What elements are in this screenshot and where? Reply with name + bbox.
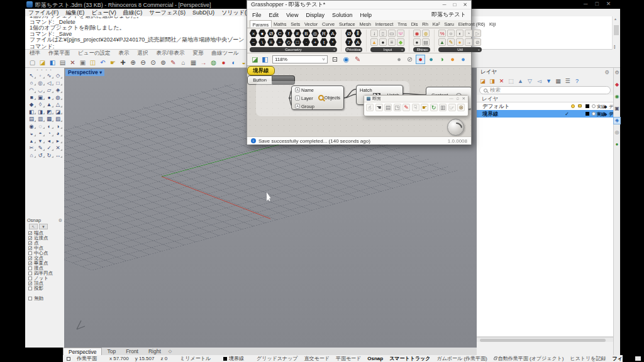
layers-toolbar-icon[interactable]: ▲: [517, 78, 524, 85]
grasshopper-canvas[interactable]: 境界線 AName LLayer AGroup Objects Hatch Ha…: [247, 66, 471, 136]
osnap-disable-item[interactable]: 無効: [25, 296, 64, 301]
category-tab[interactable]: Dis: [409, 20, 420, 28]
status-toggle[interactable]: Osnap: [367, 355, 383, 362]
osnap-tab-button[interactable]: ▼: [39, 224, 48, 229]
tool-icon[interactable]: ●: [45, 94, 53, 101]
component-icon[interactable]: B: [303, 30, 310, 37]
popup-action-icon[interactable]: ⊗: [457, 104, 465, 111]
group-label[interactable]: Primitive: [345, 47, 362, 52]
tool-icon[interactable]: ◁: [45, 80, 53, 87]
status-toggle[interactable]: フィルタ: [612, 355, 623, 362]
component-icon[interactable]: *: [329, 38, 336, 46]
tab-right[interactable]: Right: [143, 348, 166, 355]
popup-action-icon[interactable]: ☝: [366, 104, 374, 111]
component-icon[interactable]: ▲: [370, 38, 378, 46]
checkbox[interactable]: [28, 251, 32, 255]
menu-help[interactable]: Help: [360, 12, 372, 18]
tool-icon[interactable]: ◨: [36, 109, 45, 116]
component-icon[interactable]: Ø: [267, 30, 275, 37]
category-tab[interactable]: Trns: [396, 20, 409, 28]
toolbar-icon[interactable]: ✎: [169, 58, 177, 67]
component-icon[interactable]: f: [285, 30, 292, 37]
more-icon[interactable]: ⋯: [450, 96, 454, 101]
toolbar-tab[interactable]: 変形: [192, 50, 203, 57]
component-icon[interactable]: +: [311, 38, 319, 46]
minimize-icon[interactable]: ─: [584, 1, 587, 7]
component-icon[interactable]: ▷: [474, 30, 481, 37]
tool-icon[interactable]: ◈: [53, 87, 62, 94]
category-tab[interactable]: Elefront (R6): [456, 20, 487, 28]
panel-tab-icon[interactable]: ◈: [614, 118, 620, 124]
new-viewport-icon[interactable]: ◇: [166, 348, 172, 355]
grasshopper-title-bar[interactable]: Grasshopper - 即落ちテスト* ─ □ ✕: [247, 1, 471, 9]
maximize-icon[interactable]: □: [453, 2, 456, 8]
toolbar-icon[interactable]: ☛: [109, 58, 117, 67]
menu-solution[interactable]: Solution: [332, 12, 353, 18]
lightbulb-icon[interactable]: [571, 104, 575, 108]
component-icon[interactable]: Ⅱ: [354, 30, 362, 37]
gear-icon[interactable]: ⚙: [58, 218, 62, 223]
tool-icon[interactable]: ◦: [36, 72, 45, 79]
group-label[interactable]: Util: [438, 47, 482, 52]
pin-icon[interactable]: ✩: [456, 96, 459, 101]
component-icon[interactable]: R: [320, 30, 328, 37]
tool-icon[interactable]: ◑: [53, 123, 62, 130]
panel-tab-icon[interactable]: ●: [614, 141, 620, 148]
component-icon[interactable]: ≡: [267, 38, 275, 46]
tool-icon[interactable]: ✓: [45, 145, 53, 151]
close-icon[interactable]: ✕: [606, 1, 611, 7]
component-icon[interactable]: ◔: [465, 30, 472, 37]
popup-action-icon[interactable]: ✎: [402, 104, 410, 111]
category-tab[interactable]: Mesh: [357, 20, 373, 28]
component-icon[interactable]: \: [258, 38, 266, 46]
category-tab[interactable]: Maths: [272, 20, 289, 28]
component-icon[interactable]: t: [320, 38, 328, 46]
toolbar-tab[interactable]: 作業平面: [48, 50, 70, 57]
preview-mode-icon[interactable]: ◑: [438, 55, 446, 63]
category-tab[interactable]: Ka²: [430, 20, 441, 28]
lock-icon[interactable]: [578, 104, 582, 107]
zoom-level-select[interactable]: 118% ˅: [272, 55, 328, 63]
checkbox[interactable]: [28, 231, 32, 235]
osnap-item[interactable]: 垂直点: [25, 261, 64, 266]
tool-icon[interactable]: ▧: [53, 116, 62, 123]
output-objects[interactable]: Objects: [325, 95, 340, 101]
toolbar-icon[interactable]: ◐: [230, 58, 238, 67]
menu-item[interactable]: SubD(U): [192, 9, 214, 16]
status-toggle[interactable]: ヒストリを記録: [570, 355, 606, 362]
toolbar-tab[interactable]: 曲線ツール: [211, 50, 238, 57]
layer-color-swatch[interactable]: [586, 112, 589, 116]
checkbox[interactable]: [28, 272, 32, 275]
component-icon[interactable]: %: [438, 30, 446, 37]
status-toggle[interactable]: ガムボール (作業平面): [436, 355, 487, 362]
component-icon[interactable]: 7: [345, 38, 353, 46]
toolbar-icon[interactable]: ⊚: [159, 58, 167, 67]
popup-action-icon[interactable]: ▥: [439, 104, 447, 111]
component-icon[interactable]: ~: [250, 38, 257, 46]
tool-icon[interactable]: ◍: [53, 94, 62, 101]
tool-icon[interactable]: ▸: [53, 138, 62, 145]
status-toggle[interactable]: グリッドスナップ: [257, 355, 298, 362]
checkbox[interactable]: [28, 261, 32, 265]
toolbar-icon[interactable]: ◧: [48, 58, 57, 67]
tool-icon[interactable]: ▱: [45, 87, 53, 94]
toolbar-icon[interactable]: ✚: [119, 58, 127, 67]
osnap-item[interactable]: 点: [25, 241, 64, 246]
layer-row-boundary[interactable]: 境界線 ✓ 実線 ◆ デ: [477, 110, 613, 118]
checkbox[interactable]: [28, 282, 32, 285]
component-icon[interactable]: ●: [258, 30, 266, 37]
scrollbar-thumb[interactable]: [614, 25, 619, 35]
layers-toolbar-icon[interactable]: ☰: [564, 78, 571, 85]
toolbar-icon[interactable]: ▢: [28, 58, 36, 67]
panel-tab-icon[interactable]: ◆: [614, 82, 620, 88]
view-icon[interactable]: ◉: [342, 55, 350, 63]
menu-item[interactable]: ビュー(V): [91, 9, 116, 16]
tool-icon[interactable]: ↔: [53, 152, 62, 159]
tab-top[interactable]: Top: [102, 348, 121, 355]
preview-mode-icon[interactable]: ⊘: [406, 55, 414, 63]
panel-tab-icon[interactable]: ◎: [614, 129, 620, 136]
close-icon[interactable]: ✕: [463, 2, 467, 8]
tool-icon[interactable]: ◎: [36, 80, 45, 87]
tool-icon[interactable]: ◐: [45, 123, 53, 130]
tool-icon[interactable]: ∿: [45, 72, 53, 79]
